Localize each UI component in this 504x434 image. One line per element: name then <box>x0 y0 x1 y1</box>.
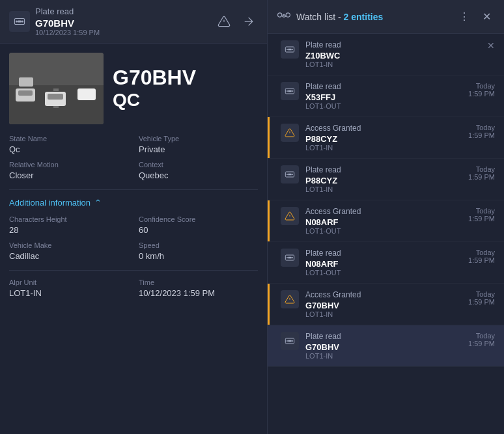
time-item: Time 10/12/2023 1:59 PM <box>139 278 258 298</box>
svg-point-31 <box>287 174 288 175</box>
event-plate: X53FFJ <box>305 92 462 102</box>
relative-motion-value: Closer <box>9 170 128 180</box>
more-options-button[interactable]: ⋮ <box>456 8 473 25</box>
svg-point-32 <box>292 174 293 175</box>
event-icon <box>281 207 299 225</box>
svg-point-38 <box>292 257 293 258</box>
svg-rect-12 <box>18 90 33 96</box>
event-date: Today <box>468 290 495 298</box>
watchlist-title-text: Watch list - <box>296 12 344 22</box>
event-icon <box>281 40 299 59</box>
event-time-wrap: Today 1:59 PM <box>468 207 495 223</box>
plate-text-section: G70BHV QC <box>113 53 196 124</box>
vehicle-type-label: Vehicle Type <box>139 135 258 142</box>
event-icon <box>281 124 299 142</box>
event-content: Plate read N08ARF LOT1-OUT <box>305 249 462 277</box>
svg-rect-3 <box>18 21 21 23</box>
event-date: Today <box>468 207 495 215</box>
alpr-label: Alpr Unit <box>9 278 128 286</box>
speed-value: 0 km/h <box>139 251 258 261</box>
speed-item: Speed 0 km/h <box>139 241 258 261</box>
event-icon <box>281 332 299 350</box>
event-accent <box>268 117 270 158</box>
watchlist-title: Watch list - 2 entities <box>296 12 451 22</box>
relative-motion-item: Relative Motion Closer <box>9 161 128 180</box>
event-item[interactable]: Access Granted P88CYZ LOT1-IN Today 1:59… <box>268 117 504 159</box>
header-date: 10/12/2023 1:59 PM <box>35 29 210 36</box>
event-time-wrap: Today 1:59 PM <box>468 332 495 347</box>
close-event-button[interactable]: ✕ <box>487 40 495 51</box>
left-panel: Plate read G70BHV 10/12/2023 1:59 PM <box>0 0 267 434</box>
event-location: LOT1-IN <box>305 352 462 360</box>
svg-point-21 <box>287 49 288 50</box>
additional-fields-grid: Characters Height 28 Confidence Score 60… <box>9 215 258 261</box>
event-content: Access Granted G70BHV LOT1-IN <box>305 290 462 318</box>
event-content: Access Granted P88CYZ LOT1-IN <box>305 124 462 152</box>
event-content: Plate read P88CYZ LOT1-IN <box>305 165 462 193</box>
event-item[interactable]: Access Granted G70BHV LOT1-IN Today 1:59… <box>268 284 504 325</box>
vehicle-type-value: Private <box>139 144 258 154</box>
basic-fields-grid: State Name Qc Vehicle Type Private Relat… <box>9 135 258 180</box>
event-icon <box>281 290 299 308</box>
event-icon <box>281 249 299 267</box>
svg-point-44 <box>292 340 293 342</box>
char-height-value: 28 <box>9 225 128 235</box>
header-text-block: Plate read G70BHV 10/12/2023 1:59 PM <box>35 7 210 36</box>
confidence-label: Confidence Score <box>139 215 258 223</box>
svg-point-37 <box>287 257 288 258</box>
vehicle-make-item: Vehicle Make Cadillac <box>9 241 128 261</box>
event-plate: N08ARF <box>305 259 462 269</box>
event-location: LOT1-IN <box>305 310 462 318</box>
event-location: LOT1-OUT <box>305 102 462 110</box>
event-time-wrap: Today 1:59 PM <box>468 165 495 181</box>
event-list: Plate read Z10BWC LOT1-IN ✕ Plate read X… <box>268 34 504 434</box>
vehicle-make-value: Cadillac <box>9 251 128 261</box>
left-body: G70BHV QC State Name Qc Vehicle Type Pri… <box>0 44 267 434</box>
event-item[interactable]: Plate read P88CYZ LOT1-IN Today 1:59 PM <box>268 159 504 200</box>
relative-motion-label: Relative Motion <box>9 161 128 169</box>
event-plate: P88CYZ <box>305 134 462 144</box>
svg-point-1 <box>16 21 18 23</box>
event-type: Plate read <box>305 332 462 341</box>
divider <box>9 189 258 190</box>
confidence-item: Confidence Score 60 <box>139 215 258 235</box>
watchlist-icon <box>277 9 291 24</box>
event-type: Plate read <box>305 82 462 91</box>
event-accent <box>268 284 270 325</box>
context-item: Context Quebec <box>139 161 258 180</box>
watchlist-count: 2 entities <box>344 12 384 22</box>
svg-rect-45 <box>288 340 291 342</box>
event-plate: Z10BWC <box>305 51 478 61</box>
event-item[interactable]: Plate read X53FFJ LOT1-OUT Today 1:59 PM <box>268 75 504 117</box>
event-time: 1:59 PM <box>468 90 495 98</box>
svg-point-17 <box>278 13 282 17</box>
event-item[interactable]: Plate read G70BHV LOT1-IN Today 1:59 PM <box>268 325 504 367</box>
navigate-button[interactable] <box>240 12 258 31</box>
additional-info-title: Additional information <box>9 198 91 208</box>
event-item[interactable]: Plate read N08ARF LOT1-OUT Today 1:59 PM <box>268 242 504 284</box>
event-item[interactable]: Access Granted N08ARF LOT1-OUT Today 1:5… <box>268 200 504 242</box>
additional-info-toggle[interactable]: Additional information ⌃ <box>9 198 258 208</box>
vehicle-make-label: Vehicle Make <box>9 241 128 249</box>
svg-rect-8 <box>53 88 59 91</box>
svg-point-2 <box>21 21 23 23</box>
event-time: 1:59 PM <box>468 215 495 223</box>
header-actions <box>215 12 258 31</box>
chevron-up-icon: ⌃ <box>94 198 102 208</box>
event-type: Access Granted <box>305 290 462 299</box>
camera-thumbnail <box>9 53 104 124</box>
svg-point-43 <box>287 340 288 342</box>
alert-button[interactable] <box>215 12 233 31</box>
alpr-value: LOT1-IN <box>9 288 128 298</box>
svg-rect-15 <box>77 88 96 100</box>
plate-number: G70BHV <box>113 66 196 89</box>
left-header: Plate read G70BHV 10/12/2023 1:59 PM <box>0 0 267 44</box>
svg-rect-39 <box>288 257 291 259</box>
event-item[interactable]: Plate read Z10BWC LOT1-IN ✕ <box>268 34 504 75</box>
state-name-label: State Name <box>9 135 128 142</box>
event-accent <box>268 200 270 241</box>
close-watchlist-button[interactable]: ✕ <box>478 8 495 25</box>
watchlist-actions: ⋮ ✕ <box>456 8 495 25</box>
event-location: LOT1-IN <box>305 144 462 152</box>
state-name-value: Qc <box>9 144 128 154</box>
